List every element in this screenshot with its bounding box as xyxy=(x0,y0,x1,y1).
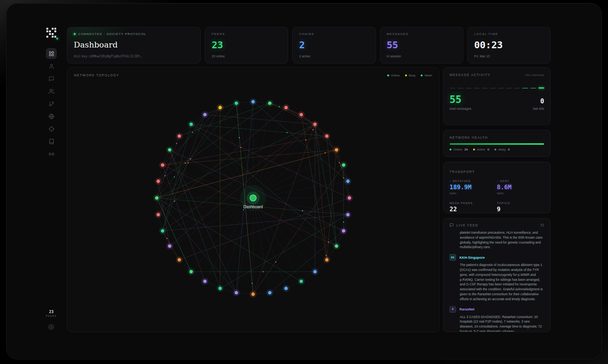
peer-node[interactable] xyxy=(284,106,288,109)
transport-sub: bytes xyxy=(497,191,545,195)
sidebar-footer: 23 PEERS xyxy=(46,310,57,332)
peer-node[interactable] xyxy=(342,229,345,233)
sidebar-item-network[interactable] xyxy=(46,98,57,109)
network-icon xyxy=(49,101,54,107)
total-messages-label: total messages xyxy=(450,107,471,111)
health-legend-item-online: Online24 xyxy=(450,148,468,151)
peer-node[interactable] xyxy=(177,135,181,138)
peer-node[interactable] xyxy=(335,148,338,152)
settings-button[interactable] xyxy=(46,321,57,332)
peer-node[interactable] xyxy=(155,196,158,200)
legend-dot xyxy=(387,74,389,76)
peer-node[interactable] xyxy=(268,291,272,294)
world-icon xyxy=(49,114,54,119)
interval-label: 15s intervals xyxy=(525,73,544,77)
peer-node[interactable] xyxy=(325,258,329,261)
health-legend-item-away: Away0 xyxy=(494,148,510,151)
stat-sub: in session xyxy=(387,54,456,58)
sidebar-item-peers[interactable] xyxy=(46,86,57,97)
app-logo[interactable] xyxy=(46,27,57,38)
peer-node[interactable] xyxy=(313,270,317,274)
peer-node[interactable] xyxy=(346,180,350,183)
health-legend-value: 0 xyxy=(508,148,510,151)
peer-node[interactable] xyxy=(299,280,303,283)
peer-node[interactable] xyxy=(348,196,351,200)
peer-node[interactable] xyxy=(190,122,193,126)
peer-node[interactable] xyxy=(218,287,222,290)
chat-icon xyxy=(450,223,454,227)
stat-sub: 23 online xyxy=(212,54,281,58)
center-node-label: Dashboard xyxy=(243,205,263,209)
peer-node[interactable] xyxy=(203,113,207,116)
health-legend-value: 24 xyxy=(464,148,468,151)
sidebar-item-messages[interactable] xyxy=(46,73,57,84)
connection-status-row: CONNECTED · SOCIETY PROTOCOL xyxy=(74,32,194,36)
transport-panel: TRANSPORT ↓ RECEIVED189.9Mbytes↑ SENT8.6… xyxy=(443,162,551,213)
health-legend-value: 0 xyxy=(488,148,489,151)
spark-segment xyxy=(482,88,488,89)
sidebar-item-library[interactable] xyxy=(46,136,57,147)
sidebar-peer-count: 23 xyxy=(49,310,54,314)
peer-node[interactable] xyxy=(168,148,171,152)
topology-header: NETWORK TOPOLOGY OnlineBusyMesh xyxy=(67,68,439,83)
spark-segment xyxy=(514,88,520,89)
peer-node[interactable] xyxy=(234,101,238,105)
peer-node[interactable] xyxy=(161,163,164,167)
network-health-panel: NETWORK HEALTH Online24Active0Away0 xyxy=(443,130,551,157)
sidebar-item-broadcast[interactable] xyxy=(46,149,57,159)
transport-value: 189.9M xyxy=(450,184,497,190)
legend-dot xyxy=(421,74,423,76)
stat-label: PEERS xyxy=(212,32,281,36)
spark-segment xyxy=(466,88,472,89)
sidebar-item-scan[interactable] xyxy=(46,123,57,134)
peer-node[interactable] xyxy=(203,280,207,283)
stat-value: 2 xyxy=(299,40,369,50)
feed-message-text: ALL 3 CASES DIAGNOSED. RarasNet consorti… xyxy=(460,315,544,332)
activity-sparkline xyxy=(450,87,544,89)
peer-node[interactable] xyxy=(346,213,350,216)
message-activity-title: MESSAGE ACTIVITY xyxy=(450,73,491,77)
transport-title: TRANSPORT xyxy=(450,170,475,174)
sidebar-item-world[interactable] xyxy=(46,111,57,122)
peer-node[interactable] xyxy=(268,101,272,105)
did-key: did:key:z6MkwCVDyNgFSgNsXYh6i1CJ8Y… xyxy=(74,54,194,58)
stat-value: 55 xyxy=(387,40,456,50)
sidebar-item-dashboard[interactable] xyxy=(46,48,57,59)
live-feed-header: LIVE FEED 55 xyxy=(443,218,550,230)
peer-node[interactable] xyxy=(252,100,255,103)
topology-graph[interactable]: Dashboard xyxy=(67,68,439,332)
peer-node[interactable] xyxy=(325,135,329,138)
legend-dot xyxy=(405,74,407,76)
stat-sub: Fri, Mar 13 xyxy=(474,54,544,58)
transport-grid: ↓ RECEIVED189.9Mbytes↑ SENT8.6MbytesMESH… xyxy=(450,179,544,212)
feed-message: RRarasNetALL 3 CASES DIAGNOSED. RarasNet… xyxy=(450,306,544,332)
peer-node[interactable] xyxy=(299,113,303,116)
sidebar-item-identity[interactable] xyxy=(46,61,57,71)
legend-label: Busy xyxy=(409,74,416,77)
peer-node[interactable] xyxy=(252,293,255,296)
peer-node[interactable] xyxy=(218,106,222,109)
peer-node[interactable] xyxy=(313,122,317,126)
transport-label: TOPICS xyxy=(497,201,545,205)
peer-node[interactable] xyxy=(190,270,193,274)
peer-node[interactable] xyxy=(157,213,160,216)
peer-node[interactable] xyxy=(168,244,171,248)
peer-node[interactable] xyxy=(157,180,160,183)
peer-node[interactable] xyxy=(342,163,345,167)
stat-card-peers: PEERS2323 online xyxy=(205,27,288,63)
stat-value: 00:23 xyxy=(474,40,544,50)
peer-node[interactable] xyxy=(177,258,181,261)
transport-cell-topics: TOPICS9 xyxy=(497,201,545,212)
transport-value: 22 xyxy=(450,206,497,212)
live-feed-panel: LIVE FEED 55 platelet transfusion precau… xyxy=(443,218,551,332)
peer-node[interactable] xyxy=(335,244,338,248)
peer-node[interactable] xyxy=(161,229,164,233)
live-feed-title: LIVE FEED xyxy=(456,223,478,227)
health-legend-label: Active xyxy=(477,148,485,151)
feed-message: KSKKH-SingaporeThe patient's diagnosis o… xyxy=(450,254,544,301)
health-legend-label: Online xyxy=(453,148,462,151)
peer-node[interactable] xyxy=(284,287,288,290)
peer-node[interactable] xyxy=(234,291,238,294)
transport-label: ↓ RECEIVED xyxy=(450,179,497,183)
live-feed-list[interactable]: platelet transfusion precautions, HLH su… xyxy=(443,230,550,332)
